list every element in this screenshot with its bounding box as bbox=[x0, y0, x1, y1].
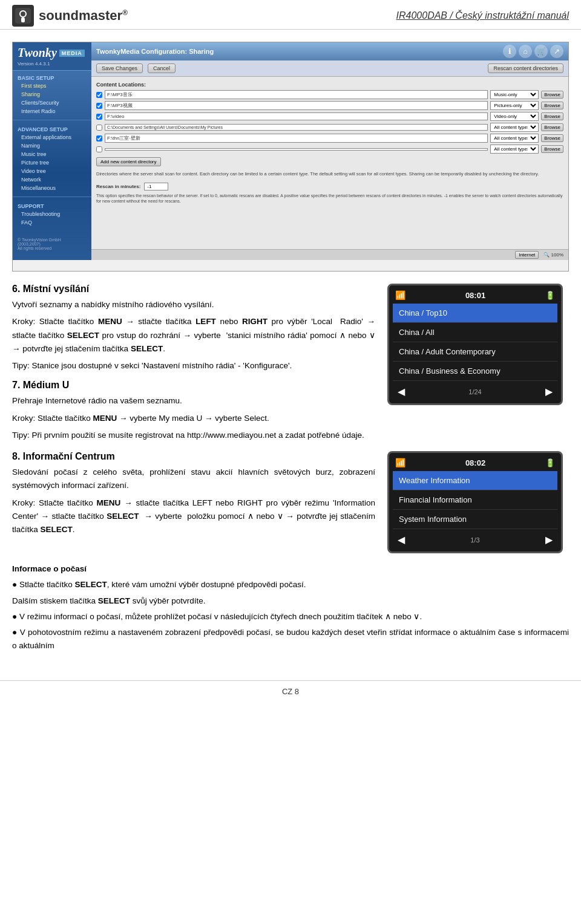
sidebar-item-video-tree[interactable]: Video tree bbox=[13, 167, 91, 175]
twonky-status-bar: Internet 🔍 100% bbox=[91, 249, 568, 260]
device-1-time: 08:01 bbox=[465, 291, 485, 300]
twonky-header-icons: ℹ ⌂ 🛒 ↗ bbox=[503, 45, 563, 58]
content-type-6[interactable]: All content types bbox=[490, 145, 539, 154]
twonky-app: Twonky MEDIA Version 4.4.3.1 Basic Setup… bbox=[13, 42, 568, 260]
device-2-back-icon[interactable]: ◀ bbox=[398, 534, 405, 545]
sidebar-item-misc[interactable]: Miscellaneous bbox=[13, 184, 91, 192]
weather-bullet-3: ● V režimu informací o počasí, můžete pr… bbox=[12, 610, 569, 623]
section6-para1: Vytvoří seznamy a nabídky místního rádio… bbox=[12, 298, 375, 311]
section6-tips: Tipy: Stanice jsou dostupné v sekci 'Nas… bbox=[12, 359, 375, 373]
logo-area: soundmaster® bbox=[12, 5, 128, 27]
save-changes-button[interactable]: Save Changes bbox=[96, 63, 143, 73]
content-row-4: C:\Documents and Settings\All Users\Docu… bbox=[96, 123, 563, 132]
main-content: Twonky MEDIA Version 4.4.3.1 Basic Setup… bbox=[0, 30, 581, 668]
sidebar-item-first-steps[interactable]: First steps bbox=[13, 82, 91, 90]
info-icon-btn[interactable]: ℹ bbox=[503, 45, 516, 58]
content-row-5: F:\thn三室·壁新 All content types Browse bbox=[96, 134, 563, 143]
content-row-2: F:\MP3视频 Pictures-only Browse bbox=[96, 101, 563, 110]
section8-para2: Kroky: Stlačte tlačítko MENU → stlačte t… bbox=[12, 496, 375, 537]
content-locations-label: Content Locations: bbox=[96, 82, 563, 88]
sidebar-item-music-tree[interactable]: Music tree bbox=[13, 150, 91, 158]
section8-para1: Sledování počasí z celého světa, prohlíž… bbox=[12, 466, 375, 493]
content-path-1: F:\MP3音乐 bbox=[105, 90, 488, 99]
sidebar-support-section: Support Troubleshooting FAQ bbox=[13, 199, 91, 229]
device-2-item-1[interactable]: Weather Information bbox=[393, 471, 557, 490]
device-1-page: 1/24 bbox=[468, 388, 481, 395]
content-type-5[interactable]: All content types bbox=[490, 134, 539, 143]
sidebar-item-faq[interactable]: FAQ bbox=[13, 218, 91, 227]
weather-bullet-4: ● V pohotovostním režimu a nastaveném zo… bbox=[12, 626, 569, 653]
device-2-forward-icon[interactable]: ▶ bbox=[545, 534, 553, 545]
device-1-item-3[interactable]: China / Adult Contemporary bbox=[393, 342, 557, 362]
sidebar-basic-title: Basic Setup bbox=[13, 73, 91, 82]
device-screens: 📶 08:01 🔋 China / Top10 China / All Chin… bbox=[387, 284, 569, 442]
page-header: soundmaster® IR4000DAB / Český instruktá… bbox=[0, 0, 581, 30]
device-2-time: 08:02 bbox=[465, 458, 485, 467]
content-row-1-checkbox[interactable] bbox=[96, 92, 102, 98]
twonky-version: Version 4.4.3.1 bbox=[18, 61, 50, 67]
home-icon-btn[interactable]: ⌂ bbox=[519, 45, 532, 58]
page-title: IR4000DAB / Český instruktážní manuál bbox=[396, 10, 569, 21]
section7-title: 7. Médium U bbox=[12, 380, 375, 391]
device-screen-2-col: 📶 08:02 🔋 Weather Information Financial … bbox=[387, 451, 569, 553]
content-type-1[interactable]: Music-only bbox=[490, 90, 539, 99]
browse-btn-4[interactable]: Browse bbox=[541, 123, 563, 131]
device-1-back-icon[interactable]: ◀ bbox=[398, 386, 405, 397]
device-1-item-4[interactable]: China / Business & Economy bbox=[393, 362, 557, 381]
content-row-6: All content types Browse bbox=[96, 145, 563, 154]
content-path-6 bbox=[105, 148, 488, 151]
device-2-page: 1/3 bbox=[470, 536, 479, 544]
device-2-item-2[interactable]: Financial Information bbox=[393, 490, 557, 510]
browse-btn-1[interactable]: Browse bbox=[541, 91, 563, 99]
zoom-badge: 🔍 100% bbox=[543, 252, 563, 258]
weather-info-title: Informace o počasí bbox=[12, 562, 569, 576]
twonky-sidebar: Twonky MEDIA Version 4.4.3.1 Basic Setup… bbox=[13, 42, 91, 260]
twonky-logo: Twonky MEDIA Version 4.4.3.1 bbox=[18, 46, 87, 67]
sidebar-item-sharing[interactable]: Sharing bbox=[13, 90, 91, 99]
footer-text: CZ 8 bbox=[282, 687, 299, 696]
content-type-3[interactable]: Video-only bbox=[490, 112, 539, 121]
device-1-status: 📶 08:01 🔋 bbox=[393, 289, 557, 301]
screenshot-area: Twonky MEDIA Version 4.4.3.1 Basic Setup… bbox=[12, 42, 569, 272]
device-1-item-2[interactable]: China / All bbox=[393, 323, 557, 342]
sidebar-item-external[interactable]: External applications bbox=[13, 133, 91, 142]
twonky-toolbar: Save Changes Cancel Rescan content direc… bbox=[91, 60, 568, 77]
device-2-item-3[interactable]: System Information bbox=[393, 510, 557, 529]
content-row-5-checkbox[interactable] bbox=[96, 135, 102, 142]
content-path-5: F:\thn三室·壁新 bbox=[105, 134, 488, 143]
cancel-button[interactable]: Cancel bbox=[148, 63, 176, 73]
section8-title: 8. Informační Centrum bbox=[12, 451, 375, 462]
browse-btn-3[interactable]: Browse bbox=[541, 112, 563, 120]
sidebar-item-internet-radio[interactable]: Internet Radio bbox=[13, 107, 91, 116]
sidebar-item-clients[interactable]: Clients/Security bbox=[13, 99, 91, 107]
device-2-battery-icon: 🔋 bbox=[545, 458, 555, 467]
cart-icon-btn[interactable]: 🛒 bbox=[534, 45, 548, 58]
device-1-item-1[interactable]: China / Top10 bbox=[393, 304, 557, 323]
sidebar-item-network[interactable]: Network bbox=[13, 175, 91, 184]
browse-btn-6[interactable]: Browse bbox=[541, 145, 563, 153]
browse-btn-5[interactable]: Browse bbox=[541, 134, 563, 142]
weather-bullet-2: Dalším stiskem tlačítka SELECT svůj výbě… bbox=[12, 594, 569, 608]
device-1-forward-icon[interactable]: ▶ bbox=[545, 386, 553, 397]
twonky-body: Content Locations: F:\MP3音乐 Music-only B… bbox=[91, 77, 568, 249]
rescan-button[interactable]: Rescan content directories bbox=[488, 63, 563, 73]
brand-name: soundmaster® bbox=[39, 8, 128, 24]
content-row-6-checkbox[interactable] bbox=[96, 146, 102, 152]
browse-btn-2[interactable]: Browse bbox=[541, 102, 563, 109]
section8-area: 8. Informační Centrum Sledování počasí z… bbox=[12, 451, 569, 553]
sidebar-item-troubleshooting[interactable]: Troubleshooting bbox=[13, 210, 91, 218]
device-screen-1: 📶 08:01 🔋 China / Top10 China / All Chin… bbox=[387, 284, 563, 405]
share-icon-btn[interactable]: ↗ bbox=[550, 45, 563, 58]
content-row-4-checkbox[interactable] bbox=[96, 125, 102, 131]
content-type-2[interactable]: Pictures-only bbox=[490, 101, 539, 110]
weather-info-section: Informace o počasí ● Stlačte tlačítko SE… bbox=[12, 562, 569, 653]
sidebar-item-naming[interactable]: Naming bbox=[13, 142, 91, 150]
add-dir-button[interactable]: Add new content directory bbox=[96, 157, 161, 166]
content-type-4[interactable]: All content types bbox=[490, 123, 539, 132]
sidebar-item-picture-tree[interactable]: Picture tree bbox=[13, 158, 91, 167]
section7-tips: Tipy: Při prvním použití se musíte regis… bbox=[12, 429, 375, 442]
rescan-input[interactable] bbox=[144, 183, 168, 190]
content-row-3-checkbox[interactable] bbox=[96, 114, 102, 120]
content-row-2-checkbox[interactable] bbox=[96, 103, 102, 109]
twonky-media-badge: MEDIA bbox=[59, 50, 85, 57]
